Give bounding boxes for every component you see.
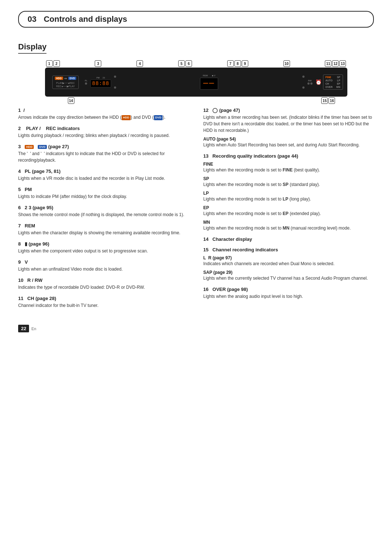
callout-group-6: 10 bbox=[283, 60, 290, 67]
item-6-text: Shows the remote control mode (if nothin… bbox=[18, 211, 189, 218]
callout-14: 14 bbox=[68, 97, 74, 104]
ep-label: EP bbox=[337, 82, 340, 85]
callout-11: 11 bbox=[325, 60, 331, 67]
time-display: 88:88 bbox=[90, 80, 111, 88]
callout-7: 7 bbox=[227, 60, 234, 67]
pl-section: PL bbox=[85, 70, 87, 94]
hdd-inline-badge: HDD bbox=[122, 115, 131, 120]
sp-title: SP bbox=[203, 176, 374, 181]
item-6: 6 2 3 (page 95) Shows the remote control… bbox=[18, 205, 189, 218]
item-5-text: Lights to indicate PM (after midday) for… bbox=[18, 193, 189, 200]
sap-text: Lights when the currently selected TV ch… bbox=[203, 275, 374, 281]
item-6-title: 6 2 3 (page 95) bbox=[18, 205, 189, 210]
sp-label: SP bbox=[337, 76, 340, 78]
right-panel-section: ⏰ FINE SP AUTO LP CH EP OVER bbox=[315, 70, 343, 94]
item-10-text: Indicates the type of recordable DVD loa… bbox=[18, 284, 189, 291]
r-indicator bbox=[307, 82, 310, 85]
item-9-text: Lights when an unfinalized Video mode di… bbox=[18, 266, 189, 272]
callout-group-bottom-2: 15 16 bbox=[321, 97, 335, 104]
mn-text: Lights when the recording mode is set to… bbox=[203, 225, 374, 231]
device-display-panel: HDD ⇔ DVD PLAY▶──●REC REC●──▶PLAY PL PM … bbox=[45, 68, 347, 97]
callout-group-1: 1 2 bbox=[46, 60, 60, 67]
item-4: 4 PL (page 75, 81) Lights when a VR mode… bbox=[18, 169, 189, 182]
sep-dot-4 bbox=[302, 86, 305, 89]
item-8-title: 8 ▮ (page 96) bbox=[18, 241, 189, 247]
item-1: 1 / Arrows indicate the copy direction b… bbox=[18, 108, 189, 121]
item-15-sub-sap: SAP (page 29) Lights when the currently … bbox=[203, 270, 374, 281]
callout-group-bottom-1: 14 bbox=[68, 97, 74, 104]
play-rec-text: PLAY▶──●REC bbox=[56, 82, 75, 85]
lp-title: LP bbox=[203, 191, 374, 196]
item-5-title: 5 PM bbox=[18, 187, 189, 192]
item-3-text: The ' ' and ' ' indicators light to indi… bbox=[18, 150, 189, 163]
lr-text: Indicates which channels are recorded wh… bbox=[203, 260, 374, 267]
item-3: 3 HDD DVD (page 27) The ' ' and ' ' indi… bbox=[18, 144, 189, 163]
item-9-title: 9 V bbox=[18, 259, 189, 265]
callout-15: 15 bbox=[321, 97, 328, 104]
item-12: 12 ◯ (page 47) Lights when a timer recor… bbox=[203, 108, 374, 148]
ch-label-small: CH bbox=[326, 82, 329, 85]
callout-1: 1 bbox=[46, 60, 53, 67]
mn-title: MN bbox=[203, 220, 374, 225]
item-12-text: Lights when a timer recording has been s… bbox=[203, 114, 374, 134]
item-10-title: 10 R / RW bbox=[18, 278, 189, 283]
page-header: 03 Controls and displays bbox=[18, 11, 374, 28]
rw-indicator bbox=[310, 82, 313, 85]
item-7-title: 7 REM bbox=[18, 223, 189, 228]
auto-label: AUTO bbox=[326, 79, 333, 82]
fine-text: Lights when the recording mode is set to… bbox=[203, 167, 374, 173]
lp-label: LP bbox=[337, 79, 340, 82]
item-10: 10 R / RW Indicates the type of recordab… bbox=[18, 278, 189, 291]
hdd-badge: HDD bbox=[55, 77, 63, 80]
item-15-title: 15 Channel recording indicators bbox=[203, 247, 374, 252]
item-8: 8 ▮ (page 96) Lights when the component … bbox=[18, 241, 189, 254]
item-12-auto-title: AUTO (page 54) bbox=[203, 137, 374, 142]
callout-3: 3 bbox=[95, 60, 101, 67]
item-13-sub-lp: LP Lights when the recording mode is set… bbox=[203, 191, 374, 202]
mn-label: MN bbox=[336, 86, 340, 88]
page-footer: 22 En bbox=[18, 325, 374, 332]
item-13-sub-ep: EP Lights when the recording mode is set… bbox=[203, 205, 374, 217]
page-number: 22 bbox=[18, 325, 29, 332]
item-1-text: Arrows indicate the copy direction betwe… bbox=[18, 114, 189, 121]
chapter-number: 03 bbox=[28, 15, 36, 24]
item-7: 7 REM Lights when the character display … bbox=[18, 223, 189, 236]
item-15: 15 Channel recording indicators L R (pag… bbox=[203, 247, 374, 281]
item-13-title: 13 Recording quality indicators (page 44… bbox=[203, 153, 374, 159]
item-5: 5 PM Lights to indicate PM (after midday… bbox=[18, 187, 189, 200]
item-12-title: 12 ◯ (page 47) bbox=[203, 108, 374, 113]
item-11-title: 11 CH (page 28) bbox=[18, 296, 189, 301]
item-4-title: 4 PL (page 75, 81) bbox=[18, 169, 189, 174]
pm-label: PM bbox=[97, 77, 100, 79]
rw-label: RW bbox=[308, 80, 312, 82]
item-3-title: 3 HDD DVD (page 27) bbox=[18, 144, 189, 149]
callout-12: 12 bbox=[332, 60, 339, 67]
item-2: 2 PLAY / REC indicators Lights during pl… bbox=[18, 126, 189, 139]
main-char-display: ── bbox=[200, 78, 218, 90]
callout-row-bottom: 14 15 16 bbox=[43, 97, 349, 104]
callout-13: 13 bbox=[339, 60, 346, 67]
sep-dot-2 bbox=[114, 86, 116, 89]
callout-6: 6 bbox=[185, 60, 192, 67]
item-16-text: Lights when the analog audio input level… bbox=[203, 293, 374, 300]
right-column: 12 ◯ (page 47) Lights when a timer recor… bbox=[203, 108, 374, 314]
sp-text: Lights when the recording mode is set to… bbox=[203, 181, 374, 188]
pl-indicator bbox=[85, 82, 87, 85]
main-display-section: REM ■ V ── bbox=[119, 70, 299, 94]
rec-play-text: REC●──▶PLAY bbox=[56, 85, 75, 88]
quality-panel: FINE SP AUTO LP CH EP OVER MN bbox=[323, 74, 343, 90]
item-11: 11 CH (page 28) Channel indicator for th… bbox=[18, 296, 189, 309]
callout-16: 16 bbox=[328, 97, 335, 104]
ep-title: EP bbox=[203, 205, 374, 210]
item-7-text: Lights when the character display is sho… bbox=[18, 230, 189, 236]
item-14: 14 Character display bbox=[203, 236, 374, 242]
rem-label: REM bbox=[203, 74, 208, 77]
pm-section: PM 23 88:88 bbox=[90, 70, 111, 94]
lp-text: Lights when the recording mode is set to… bbox=[203, 196, 374, 202]
callout-10: 10 bbox=[283, 60, 290, 67]
fine-label: FINE bbox=[326, 76, 331, 78]
item-12-sub-auto: AUTO (page 54) Lights when Auto Start Re… bbox=[203, 137, 374, 148]
fine-title: FINE bbox=[203, 162, 374, 167]
ep-text: Lights when the recording mode is set to… bbox=[203, 210, 374, 217]
dvd-inline-badge: DVD bbox=[154, 115, 163, 120]
